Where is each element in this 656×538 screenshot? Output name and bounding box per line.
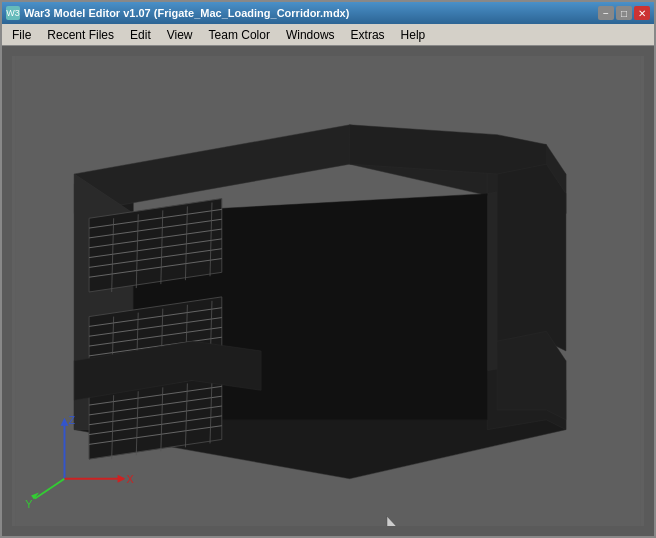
menu-item-file[interactable]: File (4, 25, 39, 45)
menu-item-extras[interactable]: Extras (343, 25, 393, 45)
title-bar-left: W3 War3 Model Editor v1.07 (Frigate_Mac_… (6, 6, 349, 20)
menu-item-edit[interactable]: Edit (122, 25, 159, 45)
svg-text:Z: Z (68, 414, 75, 426)
app-icon: W3 (6, 6, 20, 20)
title-buttons: − □ ✕ (598, 6, 650, 20)
model-svg: Z Y X (12, 56, 644, 526)
svg-text:Y: Y (25, 498, 32, 510)
menu-item-windows[interactable]: Windows (278, 25, 343, 45)
viewport-inner: Z Y X (12, 56, 644, 526)
svg-marker-46 (497, 164, 566, 351)
menu-item-view[interactable]: View (159, 25, 201, 45)
minimize-button[interactable]: − (598, 6, 614, 20)
svg-text:X: X (126, 473, 133, 485)
menu-item-team-color[interactable]: Team Color (201, 25, 278, 45)
menu-bar: FileRecent FilesEditViewTeam ColorWindow… (2, 24, 654, 46)
3d-viewport[interactable]: Z Y X (2, 46, 654, 536)
close-button[interactable]: ✕ (634, 6, 650, 20)
menu-item-recent-files[interactable]: Recent Files (39, 25, 122, 45)
main-window: W3 War3 Model Editor v1.07 (Frigate_Mac_… (0, 0, 656, 538)
title-bar: W3 War3 Model Editor v1.07 (Frigate_Mac_… (2, 2, 654, 24)
window-title: War3 Model Editor v1.07 (Frigate_Mac_Loa… (24, 7, 349, 19)
maximize-button[interactable]: □ (616, 6, 632, 20)
menu-item-help[interactable]: Help (393, 25, 434, 45)
